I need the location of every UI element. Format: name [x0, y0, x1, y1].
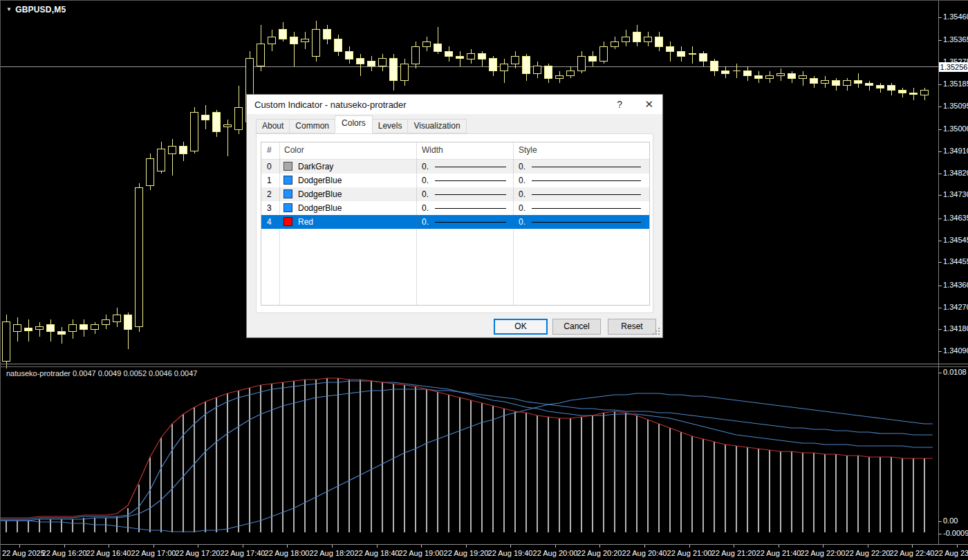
indicator-histogram-bar — [61, 519, 62, 532]
candle-body — [655, 37, 663, 46]
dialog-tabs: AboutCommonColorsLevelsVisualization — [256, 118, 466, 133]
indicator-histogram-bar — [470, 400, 472, 532]
price-tick — [938, 286, 942, 286]
indicator-histogram-bar — [879, 457, 881, 532]
time-axis-label: 22 Aug 19:20 — [444, 549, 489, 557]
indicator-histogram-bar — [813, 453, 815, 532]
color-row-3[interactable]: 3DodgerBlue0.0. — [261, 201, 649, 215]
candle-body — [279, 30, 287, 39]
column-separator — [416, 142, 417, 305]
row-index: 1 — [267, 174, 272, 187]
color-name: Red — [298, 217, 313, 227]
candle-body — [335, 39, 342, 52]
indicator-histogram-bar — [304, 380, 306, 532]
width-cell: 0. — [416, 201, 513, 215]
indicator-histogram-bar — [260, 385, 261, 532]
candle-body — [290, 37, 298, 44]
indicator-values-label: natuseko-protrader 0.0047 0.0049 0.0052 … — [6, 369, 197, 377]
tab-levels[interactable]: Levels — [372, 119, 409, 133]
candle-body — [36, 327, 44, 330]
style-line-preview — [532, 194, 641, 195]
candle-body — [910, 93, 918, 94]
time-axis[interactable]: 22 Aug 202522 Aug 16:2022 Aug 16:4022 Au… — [1, 545, 968, 560]
candle-body — [390, 59, 398, 81]
candle-body — [501, 64, 508, 71]
tab-about[interactable]: About — [256, 119, 290, 133]
window-splitter[interactable] — [1, 364, 968, 364]
indicator-histogram-bar — [149, 457, 151, 532]
candle-body — [69, 324, 77, 332]
indicator-histogram-bar — [537, 416, 538, 532]
price-axis-label: 1.34455 — [943, 257, 968, 265]
reset-button[interactable]: Reset — [608, 319, 656, 335]
price-axis-label: 1.34820 — [943, 169, 968, 177]
price-axis-label: 1.34635 — [943, 214, 968, 222]
price-tick — [938, 241, 942, 241]
width-line-preview — [435, 167, 506, 167]
color-row-0[interactable]: 0DarkGray0.0. — [261, 160, 649, 174]
indicator-histogram-bar — [625, 413, 626, 532]
time-tick — [377, 545, 378, 548]
time-axis-label: 22 Aug 19:00 — [399, 549, 444, 557]
candle-body — [567, 71, 575, 76]
style-line-preview — [532, 208, 641, 209]
width-value: 0. — [422, 162, 429, 171]
price-axis-label: 1.34270 — [943, 303, 968, 311]
header-num: # — [267, 145, 272, 155]
indicator-histogram-bar — [315, 380, 317, 532]
indicator-histogram-bar — [404, 385, 405, 532]
dialog-titlebar[interactable]: Custom Indicator - natuseko-protrader ? … — [247, 95, 662, 114]
current-price-box: 1.35256 — [939, 62, 968, 72]
tab-visualization[interactable]: Visualization — [407, 119, 466, 133]
color-row-2[interactable]: 2DodgerBlue0.0. — [261, 187, 649, 201]
indicator-histogram-bar — [780, 451, 781, 532]
candle-body — [622, 37, 630, 41]
color-row-4[interactable]: 4Red0.0. — [261, 215, 649, 229]
time-axis-label: 22 Aug 17:20 — [176, 549, 221, 557]
indicator-histogram-bar — [28, 521, 29, 532]
indicator-histogram-bar — [238, 391, 239, 532]
price-axis-label: 1.35185 — [943, 80, 968, 88]
color-table-body: 0DarkGray0.0.1DodgerBlue0.0.2DodgerBlue0… — [261, 160, 649, 229]
width-value: 0. — [422, 189, 429, 199]
candle-body — [512, 56, 519, 64]
indicator-histogram-bar — [548, 417, 549, 532]
candle-body — [755, 76, 763, 79]
color-row-1[interactable]: 1DodgerBlue0.0. — [261, 174, 649, 187]
indicator-histogram-bar — [824, 454, 826, 532]
tab-common[interactable]: Common — [289, 119, 335, 133]
indicator-histogram-bar — [116, 516, 118, 532]
price-tick — [938, 351, 942, 352]
close-icon[interactable]: ✕ — [644, 98, 653, 111]
help-button[interactable]: ? — [617, 99, 622, 110]
time-tick — [287, 545, 288, 548]
ok-button[interactable]: OK — [494, 319, 548, 335]
indicator-histogram-bar — [293, 381, 295, 532]
price-tick — [938, 195, 942, 196]
time-tick — [421, 545, 422, 548]
time-tick — [510, 545, 511, 548]
indicator-histogram-bar — [360, 380, 361, 532]
window-splitter-shadow — [1, 366, 968, 367]
time-tick — [599, 545, 600, 548]
candle-body — [213, 113, 221, 132]
candle-body — [633, 32, 641, 41]
width-line-preview — [435, 194, 506, 195]
indicator-histogram-bar — [758, 449, 759, 532]
candle-body — [3, 322, 10, 361]
time-axis-label: 22 Aug 21:20 — [711, 549, 756, 557]
price-axis-line — [938, 1, 939, 544]
color-cell: Red — [279, 215, 416, 229]
custom-indicator-dialog: Custom Indicator - natuseko-protrader ? … — [246, 94, 663, 338]
candle-body — [456, 56, 464, 59]
indicator-histogram-bar — [680, 432, 682, 532]
resize-grip[interactable] — [653, 328, 660, 335]
candle-body — [600, 46, 608, 61]
candle-body — [257, 44, 265, 66]
indicator-histogram-bar — [194, 407, 195, 532]
price-tick — [938, 151, 942, 152]
candle-body — [711, 62, 718, 71]
tab-colors[interactable]: Colors — [335, 115, 373, 133]
cancel-button[interactable]: Cancel — [552, 319, 601, 335]
candle-body — [888, 86, 895, 91]
